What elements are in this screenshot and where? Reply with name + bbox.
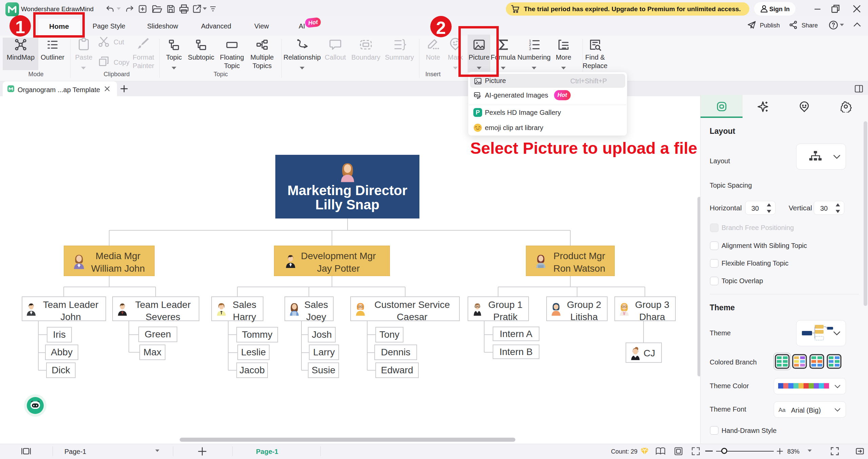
- svg-text:AI: AI: [478, 97, 480, 99]
